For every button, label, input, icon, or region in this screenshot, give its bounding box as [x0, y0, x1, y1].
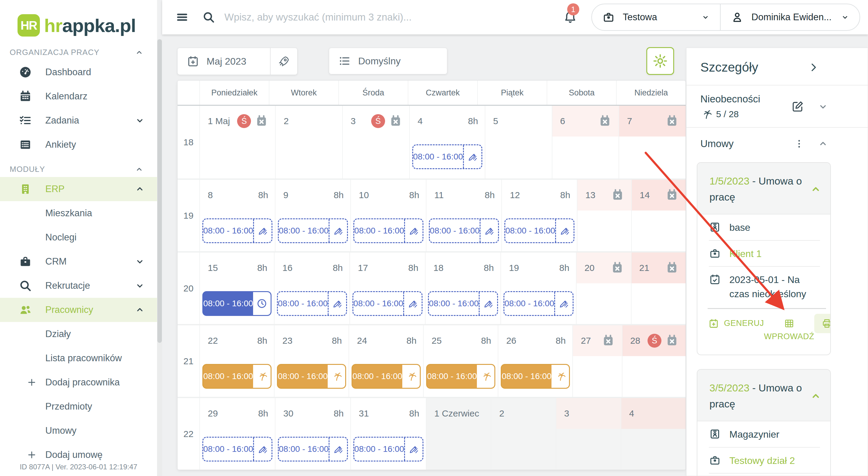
calendar-day-cell[interactable]: 198h08:00 - 16:00: [500, 253, 576, 324]
calendar-day-cell[interactable]: 308h08:00 - 16:00: [275, 398, 350, 470]
calendar-day-cell[interactable]: 48h08:00 - 16:00: [409, 106, 485, 179]
schedule-chip[interactable]: 08:00 - 16:00: [412, 145, 482, 169]
calendar-day-cell[interactable]: 27: [572, 325, 622, 397]
sidebar-item-erp[interactable]: ERP: [0, 177, 157, 201]
calendar-settings-button[interactable]: [646, 47, 674, 75]
sidebar-item-pracownicy[interactable]: Pracownicy: [0, 298, 157, 322]
calendar-day-cell[interactable]: 248h08:00 - 16:00: [348, 325, 423, 397]
chip-icon-area[interactable]: [253, 292, 271, 315]
edit-icon[interactable]: [791, 100, 804, 113]
enter-button[interactable]: WPROWADŹ: [764, 314, 814, 346]
calendar-day-cell[interactable]: 6: [552, 106, 619, 179]
schedule-chip[interactable]: 08:00 - 16:00: [429, 218, 499, 243]
calendar-day-cell[interactable]: 238h08:00 - 16:00: [274, 325, 348, 397]
calendar-day-cell[interactable]: 168h08:00 - 16:00: [274, 253, 349, 324]
schedule-chip[interactable]: 08:00 - 16:00: [428, 291, 498, 316]
sidebar-scrollbar[interactable]: [157, 39, 162, 476]
chip-icon-area[interactable]: [555, 219, 574, 242]
schedule-chip[interactable]: 08:00 - 16:00: [203, 364, 272, 389]
calendar-day-cell[interactable]: 28Ś: [622, 325, 686, 397]
chip-icon-area[interactable]: [463, 145, 482, 168]
view-selector[interactable]: Domyślny: [329, 48, 447, 74]
calendar-day-cell[interactable]: 5: [485, 106, 552, 179]
sidebar-item-rekrutacje[interactable]: Rekrutacje: [0, 274, 157, 298]
app-logo[interactable]: HR hrappka.pl: [0, 0, 157, 40]
schedule-chip[interactable]: 08:00 - 16:00: [353, 218, 424, 243]
quick-jump-button[interactable]: [270, 48, 297, 74]
calendar-day-cell[interactable]: 108h08:00 - 16:00: [350, 180, 426, 251]
schedule-chip[interactable]: 08:00 - 16:00: [503, 291, 574, 316]
calendar-day-cell[interactable]: 2: [491, 398, 556, 470]
generate-button[interactable]: GENERUJ: [708, 314, 764, 333]
sidebar-item-crm[interactable]: CRM: [0, 250, 157, 274]
chip-icon-area[interactable]: [477, 365, 494, 388]
chip-icon-area[interactable]: [329, 438, 347, 461]
sidebar-item-dashboard[interactable]: Dashboard: [0, 60, 157, 84]
chip-icon-area[interactable]: [403, 292, 422, 315]
sidebar-item-mieszkania[interactable]: Mieszkania: [0, 201, 157, 225]
schedule-chip[interactable]: 08:00 - 16:00: [203, 218, 272, 243]
schedule-chip[interactable]: 08:00 - 16:00: [203, 291, 272, 316]
chip-icon-area[interactable]: [402, 365, 420, 388]
calendar-day-cell[interactable]: 298h08:00 - 16:00: [199, 398, 275, 470]
chip-icon-area[interactable]: [329, 219, 347, 242]
chevron-up-icon[interactable]: [810, 390, 822, 402]
sidebar-item-umowy[interactable]: Umowy: [0, 419, 157, 443]
calendar-day-cell[interactable]: 7: [619, 106, 686, 179]
sidebar-item-dzialy[interactable]: Działy: [0, 322, 157, 346]
schedule-chip[interactable]: 08:00 - 16:00: [353, 437, 424, 462]
chevron-up-icon[interactable]: [810, 183, 822, 195]
sidebar-section-moduly[interactable]: MODUŁY: [0, 157, 157, 177]
schedule-chip[interactable]: 08:00 - 16:00: [277, 364, 346, 389]
calendar-day-cell[interactable]: 13: [577, 180, 631, 251]
chip-icon-area[interactable]: [404, 438, 423, 461]
calendar-day-cell[interactable]: 128h08:00 - 16:00: [501, 180, 577, 251]
chip-icon-area[interactable]: [328, 292, 346, 315]
search-input[interactable]: [224, 11, 542, 23]
chip-icon-area[interactable]: [554, 292, 572, 315]
chip-icon-area[interactable]: [253, 219, 272, 242]
calendar-day-cell[interactable]: 268h08:00 - 16:00: [498, 325, 572, 397]
calendar-day-cell[interactable]: 1 Czerwiec: [426, 398, 491, 470]
calendar-day-cell[interactable]: 4: [621, 398, 686, 470]
contract-client-link[interactable]: Testowy dział 2: [730, 454, 795, 468]
schedule-chip[interactable]: 08:00 - 16:00: [278, 218, 348, 243]
sidebar-item-kalendarz[interactable]: Kalendarz: [0, 84, 157, 108]
chevron-up-icon[interactable]: [817, 138, 829, 149]
sidebar-item-ankiety[interactable]: Ankiety: [0, 133, 157, 157]
chip-icon-area[interactable]: [404, 219, 423, 242]
schedule-chip[interactable]: 08:00 - 16:00: [501, 364, 570, 389]
chip-icon-area[interactable]: [479, 292, 497, 315]
calendar-day-cell[interactable]: 3Ś: [342, 106, 409, 179]
calendar-day-cell[interactable]: 2: [275, 106, 342, 179]
contract-header[interactable]: 3/5/2023 - Umowa o pracę: [698, 370, 830, 421]
calendar-day-cell[interactable]: 158h08:00 - 16:00: [199, 253, 274, 324]
chip-icon-area[interactable]: [253, 438, 272, 461]
schedule-chip[interactable]: 08:00 - 16:00: [426, 364, 495, 389]
chip-icon-area[interactable]: [253, 365, 271, 388]
contract-client-link[interactable]: Klient 1: [730, 247, 762, 261]
schedule-chip[interactable]: 08:00 - 16:00: [351, 364, 421, 389]
sidebar-item-lista-pracownikow[interactable]: Lista pracowników: [0, 346, 157, 370]
scrollbar-thumb[interactable]: [157, 39, 162, 343]
calendar-day-cell[interactable]: 21: [631, 253, 686, 324]
calendar-day-cell[interactable]: 20: [576, 253, 630, 324]
schedule-chip[interactable]: 08:00 - 16:00: [504, 218, 575, 243]
calendar-day-cell[interactable]: 14: [631, 180, 686, 251]
schedule-chip[interactable]: 08:00 - 16:00: [203, 437, 272, 462]
calendar-day-cell[interactable]: 258h08:00 - 16:00: [423, 325, 498, 397]
print-button[interactable]: DRUKUJ: [814, 314, 831, 333]
sidebar-item-zadania[interactable]: Zadania: [0, 108, 157, 133]
chevron-right-icon[interactable]: [807, 61, 819, 73]
user-menu[interactable]: Dominika Ewiden...: [721, 4, 860, 30]
hamburger-menu-icon[interactable]: [175, 11, 189, 23]
company-selector[interactable]: Testowa: [592, 4, 721, 30]
sidebar-section-organizacja[interactable]: ORGANIZACJA PRACY: [0, 40, 157, 60]
calendar-day-cell[interactable]: 88h08:00 - 16:00: [199, 180, 275, 251]
calendar-day-cell[interactable]: 188h08:00 - 16:00: [425, 253, 500, 324]
calendar-day-cell[interactable]: 1 MajŚ: [199, 106, 275, 179]
calendar-day-cell[interactable]: 98h08:00 - 16:00: [275, 180, 350, 251]
calendar-day-cell[interactable]: 3: [556, 398, 621, 470]
schedule-chip[interactable]: 08:00 - 16:00: [352, 291, 423, 316]
chip-icon-area[interactable]: [328, 365, 345, 388]
